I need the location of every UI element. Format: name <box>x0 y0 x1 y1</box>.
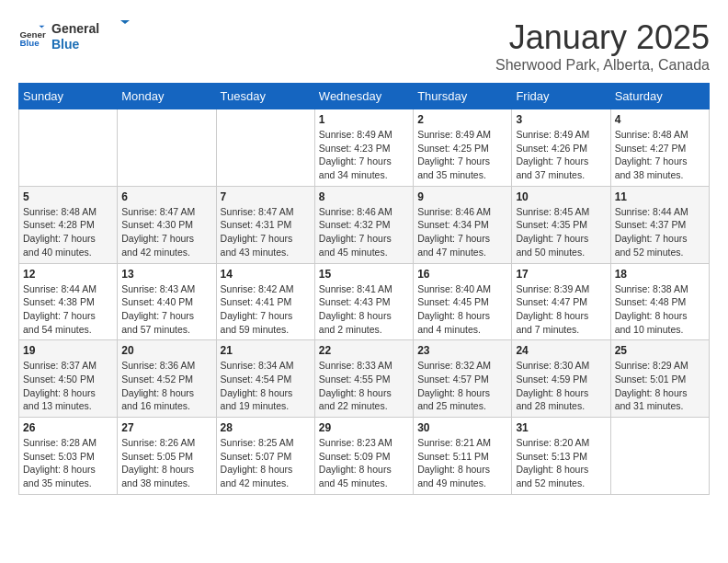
day-info: Sunrise: 8:47 AMSunset: 4:30 PMDaylight:… <box>121 205 211 259</box>
day-info: Sunrise: 8:30 AMSunset: 4:59 PMDaylight:… <box>516 359 606 413</box>
calendar-cell: 13Sunrise: 8:43 AMSunset: 4:40 PMDayligh… <box>118 263 216 340</box>
day-number: 25 <box>615 344 705 357</box>
calendar-cell: 4Sunrise: 8:48 AMSunset: 4:27 PMDaylight… <box>610 109 709 187</box>
day-info: Sunrise: 8:38 AMSunset: 4:48 PMDaylight:… <box>615 282 705 337</box>
calendar-cell: 22Sunrise: 8:33 AMSunset: 4:55 PMDayligh… <box>314 340 413 418</box>
day-info: Sunrise: 8:43 AMSunset: 4:40 PMDaylight:… <box>121 282 211 337</box>
day-info: Sunrise: 8:49 AMSunset: 4:26 PMDaylight:… <box>516 128 606 182</box>
day-info: Sunrise: 8:49 AMSunset: 4:25 PMDaylight:… <box>417 128 507 182</box>
calendar-cell: 30Sunrise: 8:21 AMSunset: 5:11 PMDayligh… <box>414 418 512 495</box>
page-header: General Blue General Blue January 2025 S… <box>18 18 710 74</box>
calendar-week-row: 1Sunrise: 8:49 AMSunset: 4:23 PMDaylight… <box>19 109 710 187</box>
day-info: Sunrise: 8:36 AMSunset: 4:52 PMDaylight:… <box>121 359 211 413</box>
day-number: 23 <box>417 344 507 357</box>
logo: General Blue General Blue <box>18 18 134 53</box>
day-number: 5 <box>23 190 113 203</box>
weekday-header-row: SundayMondayTuesdayWednesdayThursdayFrid… <box>19 84 710 109</box>
calendar-week-row: 19Sunrise: 8:37 AMSunset: 4:50 PMDayligh… <box>19 340 710 418</box>
day-number: 15 <box>319 268 409 281</box>
calendar-cell: 20Sunrise: 8:36 AMSunset: 4:52 PMDayligh… <box>118 340 216 418</box>
day-info: Sunrise: 8:48 AMSunset: 4:28 PMDaylight:… <box>23 205 113 259</box>
day-number: 13 <box>121 268 211 281</box>
day-number: 12 <box>23 268 113 281</box>
calendar-cell: 29Sunrise: 8:23 AMSunset: 5:09 PMDayligh… <box>314 418 413 495</box>
calendar-cell: 25Sunrise: 8:29 AMSunset: 5:01 PMDayligh… <box>610 340 709 418</box>
calendar-cell: 3Sunrise: 8:49 AMSunset: 4:26 PMDaylight… <box>512 109 610 187</box>
day-number: 4 <box>615 113 705 126</box>
day-number: 26 <box>23 421 113 434</box>
logo-svg: General Blue <box>51 18 134 53</box>
logo-icon: General Blue <box>18 22 46 50</box>
day-number: 9 <box>417 190 507 203</box>
calendar-cell: 16Sunrise: 8:40 AMSunset: 4:45 PMDayligh… <box>414 263 512 340</box>
day-info: Sunrise: 8:44 AMSunset: 4:37 PMDaylight:… <box>615 205 705 259</box>
calendar-cell: 21Sunrise: 8:34 AMSunset: 4:54 PMDayligh… <box>216 340 314 418</box>
day-info: Sunrise: 8:48 AMSunset: 4:27 PMDaylight:… <box>615 128 705 182</box>
day-number: 14 <box>221 268 311 281</box>
svg-marker-5 <box>120 20 130 28</box>
day-number: 6 <box>121 190 211 203</box>
day-number: 3 <box>516 113 606 126</box>
day-info: Sunrise: 8:46 AMSunset: 4:32 PMDaylight:… <box>319 205 409 259</box>
day-info: Sunrise: 8:25 AMSunset: 5:07 PMDaylight:… <box>221 436 311 490</box>
day-info: Sunrise: 8:49 AMSunset: 4:23 PMDaylight:… <box>319 128 409 182</box>
calendar-cell: 17Sunrise: 8:39 AMSunset: 4:47 PMDayligh… <box>512 263 610 340</box>
calendar-week-row: 12Sunrise: 8:44 AMSunset: 4:38 PMDayligh… <box>19 263 710 340</box>
calendar-cell: 23Sunrise: 8:32 AMSunset: 4:57 PMDayligh… <box>414 340 512 418</box>
day-number: 31 <box>516 421 606 434</box>
svg-text:General: General <box>51 21 99 36</box>
day-number: 1 <box>319 113 409 126</box>
day-info: Sunrise: 8:34 AMSunset: 4:54 PMDaylight:… <box>221 359 311 413</box>
calendar-table: SundayMondayTuesdayWednesdayThursdayFrid… <box>18 83 710 495</box>
day-number: 8 <box>319 190 409 203</box>
title-block: January 2025 Sherwood Park, Alberta, Can… <box>495 18 710 74</box>
calendar-cell <box>610 418 709 495</box>
weekday-header: Thursday <box>414 84 512 109</box>
svg-text:Blue: Blue <box>20 38 40 48</box>
calendar-cell: 18Sunrise: 8:38 AMSunset: 4:48 PMDayligh… <box>610 263 709 340</box>
calendar-cell: 14Sunrise: 8:42 AMSunset: 4:41 PMDayligh… <box>216 263 314 340</box>
calendar-cell: 15Sunrise: 8:41 AMSunset: 4:43 PMDayligh… <box>314 263 413 340</box>
weekday-header: Wednesday <box>314 84 413 109</box>
day-number: 7 <box>221 190 311 203</box>
calendar-cell <box>216 109 314 187</box>
day-number: 20 <box>121 344 211 357</box>
day-number: 29 <box>319 421 409 434</box>
calendar-cell: 27Sunrise: 8:26 AMSunset: 5:05 PMDayligh… <box>118 418 216 495</box>
day-number: 10 <box>516 190 606 203</box>
svg-text:Blue: Blue <box>51 37 80 52</box>
calendar-cell: 2Sunrise: 8:49 AMSunset: 4:25 PMDaylight… <box>414 109 512 187</box>
day-number: 18 <box>615 268 705 281</box>
day-info: Sunrise: 8:41 AMSunset: 4:43 PMDaylight:… <box>319 282 409 337</box>
day-number: 11 <box>615 190 705 203</box>
day-info: Sunrise: 8:46 AMSunset: 4:34 PMDaylight:… <box>417 205 507 259</box>
calendar-week-row: 26Sunrise: 8:28 AMSunset: 5:03 PMDayligh… <box>19 418 710 495</box>
day-info: Sunrise: 8:20 AMSunset: 5:13 PMDaylight:… <box>516 436 606 490</box>
weekday-header: Tuesday <box>216 84 314 109</box>
calendar-cell: 5Sunrise: 8:48 AMSunset: 4:28 PMDaylight… <box>19 186 118 263</box>
day-info: Sunrise: 8:26 AMSunset: 5:05 PMDaylight:… <box>121 436 211 490</box>
calendar-cell: 11Sunrise: 8:44 AMSunset: 4:37 PMDayligh… <box>610 186 709 263</box>
calendar-cell: 10Sunrise: 8:45 AMSunset: 4:35 PMDayligh… <box>512 186 610 263</box>
day-number: 24 <box>516 344 606 357</box>
day-number: 19 <box>23 344 113 357</box>
calendar-cell: 19Sunrise: 8:37 AMSunset: 4:50 PMDayligh… <box>19 340 118 418</box>
calendar-cell: 12Sunrise: 8:44 AMSunset: 4:38 PMDayligh… <box>19 263 118 340</box>
day-info: Sunrise: 8:42 AMSunset: 4:41 PMDaylight:… <box>221 282 311 337</box>
calendar-cell: 28Sunrise: 8:25 AMSunset: 5:07 PMDayligh… <box>216 418 314 495</box>
day-number: 16 <box>417 268 507 281</box>
day-info: Sunrise: 8:40 AMSunset: 4:45 PMDaylight:… <box>417 282 507 337</box>
calendar-cell: 1Sunrise: 8:49 AMSunset: 4:23 PMDaylight… <box>314 109 413 187</box>
calendar-cell: 6Sunrise: 8:47 AMSunset: 4:30 PMDaylight… <box>118 186 216 263</box>
month-year-title: January 2025 <box>495 18 710 57</box>
weekday-header: Friday <box>512 84 610 109</box>
day-info: Sunrise: 8:23 AMSunset: 5:09 PMDaylight:… <box>319 436 409 490</box>
calendar-cell: 26Sunrise: 8:28 AMSunset: 5:03 PMDayligh… <box>19 418 118 495</box>
day-info: Sunrise: 8:37 AMSunset: 4:50 PMDaylight:… <box>23 359 113 413</box>
calendar-cell <box>19 109 118 187</box>
day-info: Sunrise: 8:33 AMSunset: 4:55 PMDaylight:… <box>319 359 409 413</box>
calendar-cell: 8Sunrise: 8:46 AMSunset: 4:32 PMDaylight… <box>314 186 413 263</box>
calendar-cell <box>118 109 216 187</box>
weekday-header: Saturday <box>610 84 709 109</box>
day-number: 30 <box>417 421 507 434</box>
